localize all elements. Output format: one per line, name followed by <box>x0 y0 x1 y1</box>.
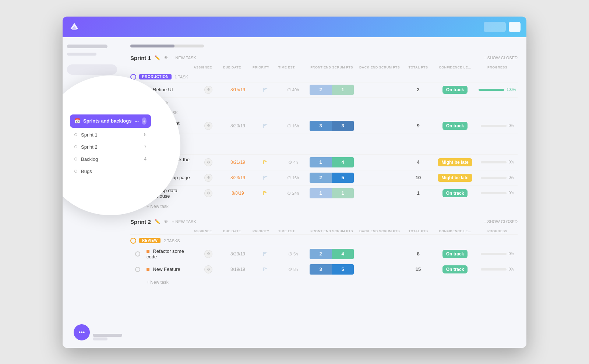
task-due-date[interactable]: 8/21/19 <box>223 160 253 165</box>
production-new-task[interactable]: + New task <box>130 98 518 107</box>
header-button-1[interactable] <box>484 22 506 32</box>
header-controls <box>484 22 521 32</box>
be-scrum-value[interactable]: 1 <box>332 188 354 198</box>
nav-sprints-backlogs[interactable]: 📅 Sprints and backlogs ••• + <box>70 114 151 128</box>
sidebar-item-bugs[interactable]: Bugs <box>70 166 151 176</box>
task-due-date[interactable]: 8/23/19 <box>223 251 253 257</box>
fe-scrum-value[interactable]: 1 <box>310 157 332 167</box>
sidebar-search[interactable] <box>67 64 117 75</box>
staged-new-task[interactable]: + New task <box>130 134 518 144</box>
be-scrum-value[interactable]: 5 <box>332 264 354 275</box>
task-total-pts: 15 <box>403 266 433 272</box>
task-total-pts: 8 <box>403 251 433 257</box>
progress-label: 0% <box>509 252 514 256</box>
due-date-value: 8/23/19 <box>230 175 245 180</box>
fe-scrum-value[interactable]: 2 <box>310 85 332 95</box>
sprint2-new-task-header[interactable]: + NEW TASK <box>172 219 196 224</box>
task-name[interactable]: Refine UI <box>153 87 173 92</box>
task-name[interactable]: Refactor some code <box>147 248 184 259</box>
task-priority[interactable] <box>253 191 278 196</box>
task-assignee[interactable]: ⚙ <box>194 189 223 197</box>
assignee-avatar: ⚙ <box>204 250 212 258</box>
be-scrum-value[interactable]: 5 <box>332 173 354 183</box>
chat-bubble[interactable]: ••• <box>74 324 90 340</box>
task-due-date[interactable]: 8/15/19 <box>223 87 253 92</box>
sprint1-title: Sprint 1 <box>130 55 151 61</box>
task-name[interactable]: New Feature <box>153 266 180 272</box>
task-due-date[interactable]: 8/23/19 <box>223 175 253 180</box>
sprint2-count: 7 <box>144 144 147 149</box>
review-new-task[interactable]: + New task <box>130 201 518 211</box>
sprint1-view-icon[interactable]: 👁 <box>164 55 168 60</box>
time-est-value: ⏱ 40h <box>287 88 299 92</box>
priority-flag-icon <box>263 267 268 272</box>
sprint1-show-closed[interactable]: ↓ SHOW CLOSED <box>484 56 518 60</box>
task-assignee[interactable]: ⚙ <box>194 86 223 94</box>
progress-label: 0% <box>509 267 514 271</box>
task-priority[interactable] <box>253 175 278 180</box>
task-total-pts: 10 <box>403 175 433 180</box>
sidebar-item-sprint2[interactable]: Sprint 2 7 <box>70 142 151 152</box>
task-name-cell: New Feature <box>145 266 194 272</box>
task-assignee[interactable]: ⚙ <box>194 265 223 273</box>
sprint2-show-closed[interactable]: ↓ SHOW CLOSED <box>484 219 518 224</box>
progress-bar <box>479 89 504 91</box>
total-pts-value: 9 <box>417 123 419 128</box>
task-due-date[interactable]: 8/20/19 <box>223 123 253 128</box>
fe-scrum-value[interactable]: 2 <box>310 173 332 183</box>
app-logo[interactable] <box>68 21 80 33</box>
priority-flag-icon <box>263 251 268 257</box>
progress-bar <box>481 253 507 255</box>
task-confidence: Might be late <box>433 174 477 182</box>
total-pts-value: 10 <box>416 175 421 180</box>
task-priority[interactable] <box>253 267 278 272</box>
column-headers: ASSIGNEE DUE DATE PRIORITY TIME EST. FRO… <box>130 64 518 71</box>
top-progress-bar <box>130 45 204 47</box>
nav-dots[interactable]: ••• <box>134 119 139 123</box>
task-priority[interactable] <box>253 123 278 128</box>
new-task-label[interactable]: + New task <box>147 279 169 286</box>
be-scrum-value[interactable]: 1 <box>332 85 354 95</box>
task-time-est: ⏱ 5h <box>278 252 308 256</box>
nav-add-button[interactable]: + <box>142 117 147 125</box>
sprint2-dot <box>74 145 77 148</box>
task-assignee[interactable]: ⚙ <box>194 250 223 258</box>
task-assignee[interactable]: ⚙ <box>194 174 223 182</box>
be-scrum-value[interactable]: 3 <box>332 121 354 131</box>
new-task-label[interactable]: + New task <box>147 203 169 210</box>
task-checkbox[interactable] <box>130 251 145 257</box>
sprint1-edit-icon[interactable]: ✏️ <box>155 55 160 60</box>
sprint2-view-icon[interactable]: 👁 <box>164 219 168 224</box>
fe-scrum-value[interactable]: 1 <box>310 188 332 198</box>
fe-scrum-value[interactable]: 2 <box>310 249 332 259</box>
task-priority[interactable] <box>253 87 278 92</box>
total-pts-value: 4 <box>417 159 419 165</box>
task-progress: 0% <box>477 176 518 180</box>
col-task-name <box>145 66 194 69</box>
task-priority[interactable] <box>253 251 278 257</box>
task-due-date[interactable]: 8/8/19 <box>223 191 253 196</box>
be-scrum-value[interactable]: 4 <box>332 249 354 259</box>
due-date-value: 8/15/19 <box>230 87 245 92</box>
col2-checkbox <box>130 229 145 233</box>
sprint1-label: Sprint 1 <box>81 132 98 138</box>
task-assignee[interactable]: ⚙ <box>194 158 223 166</box>
sprint2-edit-icon[interactable]: ✏️ <box>155 219 160 224</box>
be-scrum-value[interactable]: 4 <box>332 157 354 167</box>
time-est-value: ⏱ 8h <box>288 267 298 272</box>
header-button-2[interactable] <box>509 22 521 32</box>
sprint1-new-task-header[interactable]: + NEW TASK <box>172 56 196 60</box>
production-task-count: 1 TASK <box>174 75 188 79</box>
s2-review-new-task[interactable]: + New task <box>130 277 518 287</box>
fe-scrum-value[interactable]: 3 <box>310 264 332 275</box>
sidebar-item-backlog[interactable]: Backlog 4 <box>70 154 151 164</box>
assignee-avatar: ⚙ <box>204 158 212 166</box>
fe-scrum-value[interactable]: 3 <box>310 121 332 131</box>
task-assignee[interactable]: ⚙ <box>194 122 223 130</box>
task-due-date[interactable]: 8/19/19 <box>223 267 253 272</box>
task-priority[interactable] <box>253 160 278 165</box>
task-fe-scrum: 1 1 <box>308 188 356 198</box>
task-checkbox[interactable] <box>130 267 145 272</box>
sidebar-item-sprint1[interactable]: Sprint 1 5 <box>70 130 151 140</box>
task-time-est: ⏱ 16h <box>278 176 308 180</box>
